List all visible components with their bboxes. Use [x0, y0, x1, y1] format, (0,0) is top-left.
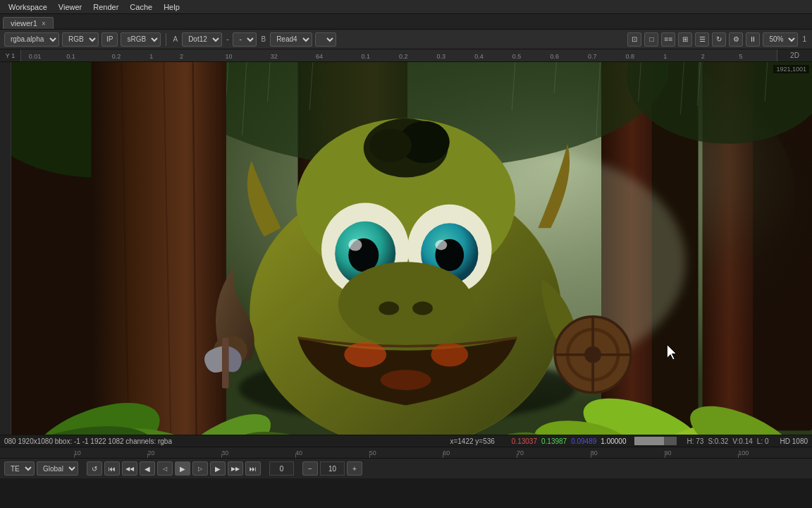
playback-mode-select[interactable]: TE — [4, 461, 35, 476]
viewport-container: 1921,1001 — [0, 62, 812, 435]
2d-label: 2D — [790, 52, 799, 59]
timeline-tick-90: 90 — [665, 449, 672, 456]
xruler-label: 10 — [225, 53, 232, 60]
playback-prev-btn[interactable]: ◀ — [140, 461, 155, 476]
timeline-tick-60: 60 — [443, 449, 450, 456]
playback-play-back-btn[interactable]: ◁ — [157, 461, 173, 476]
status-coords: x=1422 y=536 — [450, 437, 494, 445]
xruler-label: 2 — [180, 53, 183, 60]
viewer-toolbar: rgba.alpha RGB IP sRGB A Dot12 - - B Rea… — [0, 30, 812, 49]
xruler-label: 0.3 — [437, 53, 446, 60]
playback-to-end-btn[interactable]: ⏭ — [245, 461, 261, 476]
viewer-tab[interactable]: viewer1 × — [3, 17, 54, 29]
read4-select[interactable]: Read4 — [270, 32, 312, 47]
svg-point-40 — [369, 128, 412, 162]
svg-rect-56 — [222, 338, 229, 389]
playback-global-select[interactable]: Global — [37, 461, 78, 476]
timeline-tick-40: 40 — [295, 449, 302, 456]
xruler-label: 0.8 — [626, 53, 635, 60]
status-resolution: HD 1080 — [780, 437, 808, 445]
ip-button[interactable]: IP — [102, 32, 118, 47]
timeline-tick-line-10 — [74, 454, 75, 458]
xruler-label: 1 — [663, 53, 667, 60]
dash-label: - — [225, 35, 230, 43]
timeline[interactable]: 102030405060708090100 — [0, 447, 812, 459]
icon-btn-5[interactable]: ☰ — [695, 32, 709, 47]
xruler-label: 0.1 — [361, 53, 370, 60]
xruler-label: 0.7 — [588, 53, 597, 60]
xruler-label: 0.5 — [512, 53, 522, 60]
xruler-label: 32 — [271, 53, 278, 60]
playback-play-fwd-btn[interactable]: ▷ — [192, 461, 208, 476]
timeline-tick-10: 10 — [74, 449, 81, 456]
menu-cache[interactable]: Cache — [124, 1, 158, 13]
timeline-tick-line-100 — [738, 454, 739, 458]
status-info: 080 1920x1080 bbox: -1 -1 1922 1082 chan… — [4, 437, 172, 445]
svg-point-48 — [435, 240, 447, 250]
dot12-select[interactable]: Dot12 — [182, 32, 222, 47]
timeline-tick-line-90 — [665, 454, 665, 458]
menubar: Workspace Viewer Render Cache Help — [0, 0, 812, 14]
a-label: A — [171, 35, 179, 43]
playback-next-btn[interactable]: ▶ — [210, 461, 226, 476]
icon-btn-3[interactable]: ≡≡ — [661, 32, 675, 47]
y-ruler: Y 1 — [0, 49, 21, 61]
left-ruler — [0, 62, 11, 435]
xruler-label: 2 — [701, 53, 705, 60]
toolbar-separator-1 — [166, 33, 166, 46]
icon-btn-2[interactable]: □ — [644, 32, 658, 47]
timeline-tick-30: 30 — [221, 449, 228, 456]
xruler-label: 0.2 — [112, 53, 121, 60]
svg-point-50 — [379, 301, 399, 315]
status-g-value: 0.13987 — [541, 437, 567, 445]
dot12-right-select[interactable]: - — [233, 32, 257, 47]
statusbar: 080 1920x1080 bbox: -1 -1 1922 1082 chan… — [0, 435, 812, 447]
status-s-val: S:0.32 — [708, 437, 728, 445]
xruler-label: 0.1 — [66, 53, 75, 60]
timeline-tick-80: 80 — [591, 449, 598, 456]
playback-prev-key-btn[interactable]: ◀◀ — [122, 461, 137, 476]
timeline-tick-line-20 — [147, 454, 148, 458]
status-a-value: 1.00000 — [601, 437, 626, 445]
channel-select[interactable]: rgba.alpha — [4, 32, 59, 47]
playback-bar: TE Global ↺ ⏮ ◀◀ ◀ ◁ ▶ ▷ ▶ ▶▶ ⏭ 0 − 10 + — [0, 459, 812, 478]
coord-display: 2D — [777, 49, 812, 61]
svg-point-53 — [431, 343, 469, 366]
playback-to-start-btn[interactable]: ⏮ — [104, 461, 120, 476]
colorspace-select[interactable]: RGB — [62, 32, 99, 47]
main-viewport[interactable]: 1921,1001 — [11, 62, 812, 435]
frame-plus-btn[interactable]: + — [347, 461, 362, 476]
xruler-label: 0.4 — [474, 53, 484, 60]
xruler-label: 0.6 — [550, 53, 559, 60]
icon-btn-1[interactable]: ⊡ — [627, 32, 641, 47]
display-select[interactable]: sRGB — [121, 32, 161, 47]
svg-rect-30 — [92, 62, 226, 435]
playback-play-btn[interactable]: ▶ — [175, 461, 190, 476]
xruler-label: 5 — [739, 53, 742, 60]
svg-point-51 — [412, 301, 433, 315]
playback-reset-btn[interactable]: ↺ — [87, 461, 102, 476]
icon-btn-6[interactable]: ↻ — [712, 32, 726, 47]
viewport-coord-topleft: 1921,1001 — [773, 65, 809, 73]
frame-jump-display: 10 — [320, 461, 345, 476]
timeline-tick-line-70 — [517, 454, 517, 458]
menu-viewer[interactable]: Viewer — [53, 1, 87, 13]
menu-workspace[interactable]: Workspace — [3, 1, 53, 13]
read4-right-select[interactable] — [315, 32, 336, 47]
b-label: B — [259, 35, 267, 43]
timeline-tick-70: 70 — [517, 449, 524, 456]
menu-help[interactable]: Help — [158, 1, 185, 13]
zoom-select[interactable]: 50% 100% 200% — [763, 32, 798, 47]
svg-point-52 — [344, 342, 386, 368]
icon-btn-pause[interactable]: ⏸ — [746, 32, 760, 47]
icon-btn-4[interactable]: ⊞ — [678, 32, 692, 47]
extra-num: 1 — [801, 35, 808, 43]
timeline-tick-line-40 — [295, 454, 296, 458]
menu-render[interactable]: Render — [87, 1, 124, 13]
playback-next-key-btn[interactable]: ▶▶ — [228, 461, 243, 476]
tab-close-btn[interactable]: × — [42, 20, 46, 28]
svg-point-49 — [338, 262, 473, 346]
icon-btn-settings[interactable]: ⚙ — [729, 32, 743, 47]
status-h-val: H: 73 — [687, 437, 703, 445]
frame-minus-btn[interactable]: − — [302, 461, 318, 476]
